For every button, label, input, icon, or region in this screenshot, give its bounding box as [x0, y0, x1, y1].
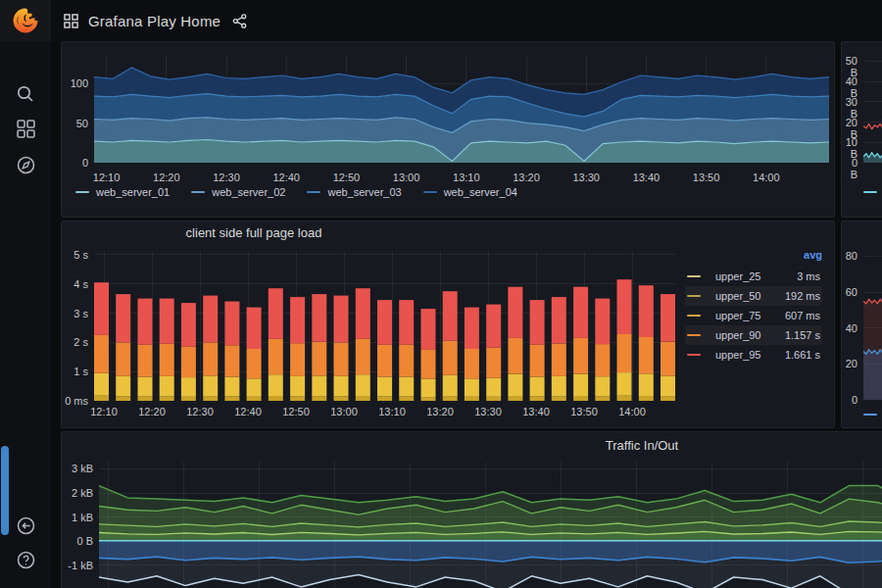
- y-tick-label: 2 s: [62, 336, 88, 348]
- x-tick-label: 13:50: [682, 172, 731, 183]
- x-tick-label: 12:50: [271, 406, 320, 417]
- y-tick-label: 20: [842, 358, 858, 369]
- traffic-chart[interactable]: [99, 462, 882, 588]
- legend-item-web_server_04[interactable]: web_server_04: [423, 186, 517, 198]
- panel-title[interactable]: client side full page load: [62, 225, 446, 240]
- y-tick-label: 3 s: [62, 308, 88, 319]
- y-tick-label: 60: [842, 286, 858, 298]
- legend-header-avg[interactable]: avg: [685, 249, 822, 267]
- legend-item-web_server_01[interactable]: web_server_01: [75, 186, 170, 198]
- legend-color-dash: [687, 354, 701, 356]
- search-icon[interactable]: [0, 82, 51, 106]
- sidebar: [0, 0, 51, 588]
- share-icon[interactable]: [232, 14, 247, 28]
- legend-color-dash: [863, 191, 877, 193]
- legend-label: web_server_04: [444, 186, 517, 198]
- legend-item-lo[interactable]: lo: [863, 409, 882, 420]
- y-tick-label: -1 kB: [62, 560, 93, 571]
- x-tick-label: 12:20: [142, 172, 191, 183]
- legend-color-dash: [75, 191, 89, 193]
- legend-row-upper_95[interactable]: upper_951.661 s: [685, 345, 822, 365]
- legend-color-dash: [307, 191, 320, 193]
- scrollbar-thumb[interactable]: [1, 446, 9, 535]
- x-tick-label: 13:30: [464, 406, 513, 417]
- legend-series-name: upper_95: [715, 349, 761, 361]
- logins-chart[interactable]: [863, 249, 882, 400]
- dashboards-grid-icon[interactable]: [0, 117, 51, 140]
- panel-logins: lo 806040200: [841, 220, 882, 428]
- grafana-logo-icon[interactable]: [0, 0, 51, 41]
- x-tick-label: 14:00: [608, 406, 657, 417]
- y-tick-label: 4 s: [62, 278, 88, 290]
- web-servers-chart[interactable]: [94, 55, 829, 163]
- x-tick-label: 12:30: [202, 172, 251, 183]
- panel-bytes: m 50 B40 B30 B20 B10 B0 B: [841, 41, 882, 218]
- explore-compass-icon[interactable]: [0, 153, 51, 176]
- legend-avg-value: 192 ms: [785, 290, 820, 302]
- x-tick-label: 13:20: [502, 172, 551, 183]
- x-tick-label: 12:40: [262, 172, 311, 183]
- bytes-chart[interactable]: [863, 49, 882, 163]
- y-tick-label: 0: [62, 157, 88, 169]
- legend-color-dash: [423, 191, 437, 193]
- legend-avg-value: 1.157 s: [785, 329, 820, 341]
- x-tick-label: 13:10: [368, 406, 416, 417]
- page-title: Grafana Play Home: [88, 13, 220, 29]
- x-tick-label: 13:40: [621, 172, 670, 183]
- legend-row-upper_90[interactable]: upper_901.157 s: [685, 325, 822, 345]
- legend-color-dash: [687, 315, 701, 317]
- panel-traffic: Traffic In/Out 3 kB2 kB1 kB0 B-1 kB: [61, 431, 882, 588]
- legend-row-upper_75[interactable]: upper_75607 ms: [685, 306, 822, 325]
- legend-color-dash: [687, 334, 701, 336]
- y-tick-label: 5 s: [62, 249, 88, 261]
- legend-avg-value: 607 ms: [785, 310, 820, 321]
- legend-color-dash: [687, 295, 701, 297]
- x-tick-label: 13:50: [560, 406, 609, 417]
- y-tick-label: 100: [62, 77, 88, 89]
- page-load-legend: avg upper_253 msupper_50192 msupper_7560…: [685, 249, 822, 365]
- legend-series-name: upper_90: [715, 329, 761, 341]
- y-tick-label: 0 B: [62, 535, 93, 547]
- legend-avg-value: 1.661 s: [785, 349, 820, 361]
- help-icon[interactable]: [0, 548, 51, 571]
- x-tick-label: 13:40: [512, 406, 561, 417]
- x-tick-label: 13:00: [382, 172, 431, 183]
- x-tick-label: 12:10: [79, 406, 128, 417]
- legend-label: web_server_02: [212, 186, 285, 198]
- y-tick-label: 2 kB: [62, 487, 93, 499]
- legend-color-dash: [863, 414, 877, 416]
- x-tick-label: 14:00: [742, 172, 791, 183]
- legend-avg-value: 3 ms: [797, 270, 820, 282]
- legend-row-upper_50[interactable]: upper_50192 ms: [685, 286, 822, 306]
- panel-web-servers: web_server_01web_server_02web_server_03w…: [61, 41, 835, 218]
- dashboard-grid-icon[interactable]: [64, 14, 78, 28]
- x-tick-label: 13:20: [416, 406, 465, 417]
- grafana-dashboard: Grafana Play Home: [0, 0, 882, 588]
- panel-title[interactable]: Traffic In/Out: [62, 438, 882, 453]
- y-tick-label: 50: [62, 118, 88, 129]
- bytes-legend: m: [863, 186, 882, 198]
- y-tick-label: 0 B: [842, 157, 858, 180]
- legend-series-name: upper_50: [715, 290, 761, 302]
- legend-label: web_server_03: [327, 186, 401, 198]
- legend-color-dash: [191, 191, 205, 193]
- x-tick-label: 13:00: [319, 406, 368, 417]
- y-tick-label: 1 kB: [62, 512, 93, 523]
- legend-item-web_server_02[interactable]: web_server_02: [191, 186, 285, 198]
- x-tick-label: 13:10: [442, 172, 491, 183]
- legend-series-name: upper_75: [715, 310, 761, 321]
- x-tick-label: 12:40: [223, 406, 272, 417]
- page-load-chart[interactable]: [94, 251, 675, 401]
- y-tick-label: 3 kB: [62, 463, 93, 474]
- legend-label: web_server_01: [96, 186, 170, 198]
- web-servers-legend: web_server_01web_server_02web_server_03w…: [75, 186, 517, 198]
- y-tick-label: 1 s: [62, 366, 88, 377]
- x-tick-label: 13:30: [562, 172, 611, 183]
- y-tick-label: 40: [842, 322, 858, 334]
- legend-row-upper_25[interactable]: upper_253 ms: [685, 267, 822, 286]
- y-tick-label: 80: [842, 250, 858, 262]
- legend-item-web_server_03[interactable]: web_server_03: [307, 186, 401, 198]
- x-tick-label: 12:10: [82, 172, 131, 183]
- legend-item-m[interactable]: m: [863, 186, 882, 198]
- y-tick-label: 0: [842, 394, 858, 406]
